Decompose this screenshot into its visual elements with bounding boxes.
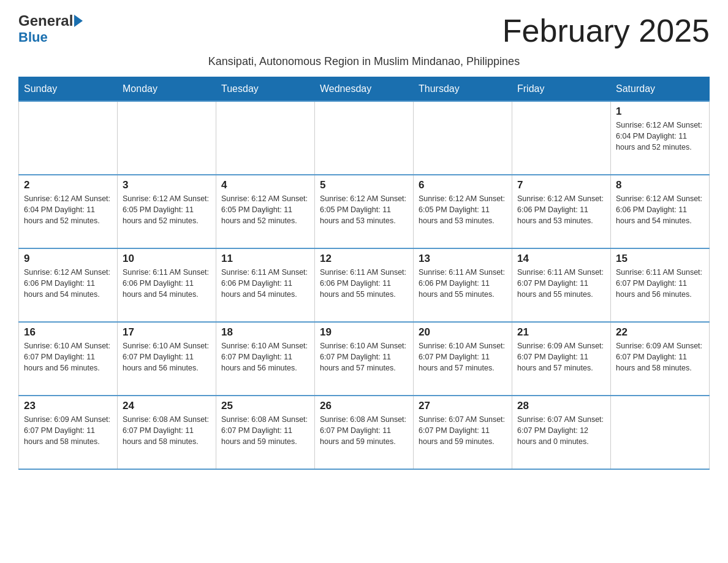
calendar-cell bbox=[216, 101, 315, 175]
day-number: 18 bbox=[221, 326, 309, 339]
day-info: Sunrise: 6:09 AM Sunset: 6:07 PM Dayligh… bbox=[517, 340, 605, 373]
day-info: Sunrise: 6:12 AM Sunset: 6:06 PM Dayligh… bbox=[24, 267, 112, 300]
calendar-cell: 10Sunrise: 6:11 AM Sunset: 6:06 PM Dayli… bbox=[118, 248, 216, 322]
calendar-cell: 27Sunrise: 6:07 AM Sunset: 6:07 PM Dayli… bbox=[414, 396, 512, 469]
day-number: 26 bbox=[320, 400, 408, 412]
day-info: Sunrise: 6:07 AM Sunset: 6:07 PM Dayligh… bbox=[419, 414, 507, 447]
day-info: Sunrise: 6:11 AM Sunset: 6:06 PM Dayligh… bbox=[320, 267, 408, 300]
week-row-2: 2Sunrise: 6:12 AM Sunset: 6:04 PM Daylig… bbox=[19, 175, 710, 248]
day-info: Sunrise: 6:12 AM Sunset: 6:04 PM Dayligh… bbox=[24, 193, 112, 226]
calendar-cell: 1Sunrise: 6:12 AM Sunset: 6:04 PM Daylig… bbox=[611, 101, 710, 175]
calendar-cell: 8Sunrise: 6:12 AM Sunset: 6:06 PM Daylig… bbox=[611, 175, 710, 248]
day-number: 17 bbox=[123, 326, 211, 339]
calendar-cell bbox=[414, 101, 512, 175]
calendar-cell: 7Sunrise: 6:12 AM Sunset: 6:06 PM Daylig… bbox=[512, 175, 611, 248]
day-info: Sunrise: 6:09 AM Sunset: 6:07 PM Dayligh… bbox=[616, 340, 704, 373]
calendar-cell: 14Sunrise: 6:11 AM Sunset: 6:07 PM Dayli… bbox=[512, 248, 611, 322]
week-row-3: 9Sunrise: 6:12 AM Sunset: 6:06 PM Daylig… bbox=[19, 248, 710, 322]
day-number: 14 bbox=[517, 253, 605, 265]
day-header-monday: Monday bbox=[118, 77, 216, 102]
calendar-cell bbox=[118, 101, 216, 175]
day-info: Sunrise: 6:08 AM Sunset: 6:07 PM Dayligh… bbox=[221, 414, 309, 447]
day-number: 25 bbox=[221, 400, 309, 412]
day-number: 23 bbox=[24, 400, 112, 412]
day-number: 12 bbox=[320, 253, 408, 265]
day-number: 28 bbox=[517, 400, 605, 412]
calendar-cell: 26Sunrise: 6:08 AM Sunset: 6:07 PM Dayli… bbox=[315, 396, 414, 469]
day-number: 24 bbox=[123, 400, 211, 412]
logo-blue-text: Blue bbox=[18, 29, 48, 45]
calendar-cell: 17Sunrise: 6:10 AM Sunset: 6:07 PM Dayli… bbox=[118, 322, 216, 396]
calendar-cell: 12Sunrise: 6:11 AM Sunset: 6:06 PM Dayli… bbox=[315, 248, 414, 322]
day-number: 2 bbox=[24, 179, 112, 191]
calendar-cell: 15Sunrise: 6:11 AM Sunset: 6:07 PM Dayli… bbox=[611, 248, 710, 322]
calendar-cell: 23Sunrise: 6:09 AM Sunset: 6:07 PM Dayli… bbox=[19, 396, 118, 469]
day-header-thursday: Thursday bbox=[414, 77, 512, 102]
day-header-wednesday: Wednesday bbox=[315, 77, 414, 102]
calendar-cell bbox=[19, 101, 118, 175]
day-number: 8 bbox=[616, 179, 704, 191]
calendar-cell: 19Sunrise: 6:10 AM Sunset: 6:07 PM Dayli… bbox=[315, 322, 414, 396]
subtitle: Kansipati, Autonomous Region in Muslim M… bbox=[18, 55, 710, 68]
logo-text: General bbox=[18, 12, 83, 29]
day-info: Sunrise: 6:12 AM Sunset: 6:06 PM Dayligh… bbox=[616, 193, 704, 226]
day-number: 6 bbox=[419, 179, 507, 191]
calendar-cell: 2Sunrise: 6:12 AM Sunset: 6:04 PM Daylig… bbox=[19, 175, 118, 248]
day-info: Sunrise: 6:11 AM Sunset: 6:07 PM Dayligh… bbox=[517, 267, 605, 300]
logo-general-text: General bbox=[18, 12, 73, 29]
calendar-cell bbox=[611, 396, 710, 469]
calendar-cell: 13Sunrise: 6:11 AM Sunset: 6:06 PM Dayli… bbox=[414, 248, 512, 322]
day-number: 20 bbox=[419, 326, 507, 339]
calendar-cell: 5Sunrise: 6:12 AM Sunset: 6:05 PM Daylig… bbox=[315, 175, 414, 248]
calendar-cell: 3Sunrise: 6:12 AM Sunset: 6:05 PM Daylig… bbox=[118, 175, 216, 248]
day-info: Sunrise: 6:12 AM Sunset: 6:05 PM Dayligh… bbox=[123, 193, 211, 226]
day-info: Sunrise: 6:11 AM Sunset: 6:06 PM Dayligh… bbox=[123, 267, 211, 300]
calendar-cell: 9Sunrise: 6:12 AM Sunset: 6:06 PM Daylig… bbox=[19, 248, 118, 322]
day-number: 13 bbox=[419, 253, 507, 265]
day-header-saturday: Saturday bbox=[611, 77, 710, 102]
day-number: 7 bbox=[517, 179, 605, 191]
day-number: 22 bbox=[616, 326, 704, 339]
day-info: Sunrise: 6:11 AM Sunset: 6:06 PM Dayligh… bbox=[419, 267, 507, 300]
month-title: February 2025 bbox=[502, 12, 710, 49]
calendar-cell: 22Sunrise: 6:09 AM Sunset: 6:07 PM Dayli… bbox=[611, 322, 710, 396]
day-info: Sunrise: 6:12 AM Sunset: 6:05 PM Dayligh… bbox=[320, 193, 408, 226]
calendar-header-row: SundayMondayTuesdayWednesdayThursdayFrid… bbox=[19, 77, 710, 102]
calendar-cell: 4Sunrise: 6:12 AM Sunset: 6:05 PM Daylig… bbox=[216, 175, 315, 248]
day-info: Sunrise: 6:08 AM Sunset: 6:07 PM Dayligh… bbox=[320, 414, 408, 447]
day-number: 15 bbox=[616, 253, 704, 265]
logo: General Blue bbox=[18, 12, 83, 45]
day-info: Sunrise: 6:12 AM Sunset: 6:05 PM Dayligh… bbox=[419, 193, 507, 226]
calendar-cell: 18Sunrise: 6:10 AM Sunset: 6:07 PM Dayli… bbox=[216, 322, 315, 396]
day-number: 19 bbox=[320, 326, 408, 339]
header: General Blue February 2025 bbox=[18, 12, 710, 49]
calendar-cell: 20Sunrise: 6:10 AM Sunset: 6:07 PM Dayli… bbox=[414, 322, 512, 396]
day-header-tuesday: Tuesday bbox=[216, 77, 315, 102]
calendar-cell: 24Sunrise: 6:08 AM Sunset: 6:07 PM Dayli… bbox=[118, 396, 216, 469]
calendar-cell: 6Sunrise: 6:12 AM Sunset: 6:05 PM Daylig… bbox=[414, 175, 512, 248]
day-info: Sunrise: 6:10 AM Sunset: 6:07 PM Dayligh… bbox=[123, 340, 211, 373]
calendar-cell: 16Sunrise: 6:10 AM Sunset: 6:07 PM Dayli… bbox=[19, 322, 118, 396]
day-header-friday: Friday bbox=[512, 77, 611, 102]
day-info: Sunrise: 6:10 AM Sunset: 6:07 PM Dayligh… bbox=[24, 340, 112, 373]
day-header-sunday: Sunday bbox=[19, 77, 118, 102]
calendar-cell: 21Sunrise: 6:09 AM Sunset: 6:07 PM Dayli… bbox=[512, 322, 611, 396]
day-number: 21 bbox=[517, 326, 605, 339]
day-number: 10 bbox=[123, 253, 211, 265]
day-number: 9 bbox=[24, 253, 112, 265]
week-row-4: 16Sunrise: 6:10 AM Sunset: 6:07 PM Dayli… bbox=[19, 322, 710, 396]
day-info: Sunrise: 6:10 AM Sunset: 6:07 PM Dayligh… bbox=[419, 340, 507, 373]
day-info: Sunrise: 6:12 AM Sunset: 6:06 PM Dayligh… bbox=[517, 193, 605, 226]
calendar-cell bbox=[512, 101, 611, 175]
day-info: Sunrise: 6:09 AM Sunset: 6:07 PM Dayligh… bbox=[24, 414, 112, 447]
calendar-cell: 11Sunrise: 6:11 AM Sunset: 6:06 PM Dayli… bbox=[216, 248, 315, 322]
day-info: Sunrise: 6:11 AM Sunset: 6:06 PM Dayligh… bbox=[221, 267, 309, 300]
day-number: 16 bbox=[24, 326, 112, 339]
day-number: 4 bbox=[221, 179, 309, 191]
day-info: Sunrise: 6:12 AM Sunset: 6:04 PM Dayligh… bbox=[616, 120, 704, 153]
day-info: Sunrise: 6:12 AM Sunset: 6:05 PM Dayligh… bbox=[221, 193, 309, 226]
logo-arrow-icon bbox=[74, 15, 83, 27]
week-row-5: 23Sunrise: 6:09 AM Sunset: 6:07 PM Dayli… bbox=[19, 396, 710, 469]
calendar-cell bbox=[315, 101, 414, 175]
day-info: Sunrise: 6:08 AM Sunset: 6:07 PM Dayligh… bbox=[123, 414, 211, 447]
